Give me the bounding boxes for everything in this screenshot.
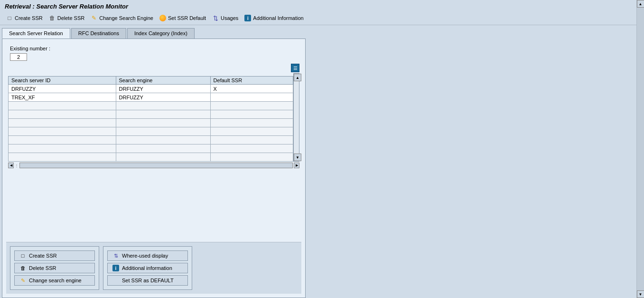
cell-default-ssr bbox=[210, 136, 293, 144]
table-row[interactable] bbox=[9, 144, 293, 153]
toolbar: □ Create SSR 🗑 Delete SSR ✎ Change Searc… bbox=[0, 12, 644, 25]
existing-number-label: Existing number : bbox=[10, 46, 298, 51]
toolbar-change-search-engine[interactable]: ✎ Change Search Engine bbox=[88, 13, 155, 23]
cell-default-ssr bbox=[210, 153, 293, 162]
app-title: Retrieval : Search Server Relation Monit… bbox=[5, 3, 128, 10]
tabs-container: Search Server Relation RFC Destinations … bbox=[2, 28, 644, 38]
set-default-button[interactable]: Set SSR as DEFAULT bbox=[107, 275, 188, 286]
cell-search-engine bbox=[116, 136, 210, 144]
existing-number-value: 2 bbox=[10, 53, 27, 61]
tab-content-panel: Existing number : 2 ☰ Search serv bbox=[2, 38, 306, 298]
cell-default-ssr bbox=[210, 127, 293, 136]
pencil-icon: ✎ bbox=[90, 14, 98, 22]
create-ssr-button[interactable]: □ Create SSR bbox=[14, 250, 95, 261]
pencil-icon-2: ✎ bbox=[19, 277, 26, 284]
button-group-right: ⇅ Where-used display i Additional inform… bbox=[103, 246, 192, 290]
where-used-button[interactable]: ⇅ Where-used display bbox=[107, 250, 188, 261]
cell-default-ssr bbox=[210, 144, 293, 153]
doc-icon: □ bbox=[6, 14, 13, 22]
additional-info-button[interactable]: i Additional information bbox=[107, 263, 188, 273]
table-row[interactable] bbox=[9, 136, 293, 144]
toolbar-delete-ssr[interactable]: 🗑 Delete SSR bbox=[47, 13, 86, 23]
cell-search-engine bbox=[116, 119, 210, 127]
toolbar-set-ssr-default[interactable]: Set SSR Default bbox=[157, 13, 208, 23]
col-header-server-id: Search server ID bbox=[9, 77, 116, 85]
scroll-up-arrow[interactable]: ▲ bbox=[294, 74, 301, 81]
trash-icon-2: 🗑 bbox=[19, 265, 26, 271]
info-icon-2: i bbox=[112, 265, 119, 271]
cell-default-ssr: X bbox=[210, 85, 293, 93]
scroll-down-arrow[interactable]: ▼ bbox=[294, 154, 301, 161]
h-scroll-track[interactable] bbox=[19, 163, 293, 168]
cell-server-id bbox=[9, 110, 116, 119]
cell-search-engine bbox=[116, 127, 210, 136]
cell-default-ssr bbox=[210, 119, 293, 127]
toolbar-create-ssr[interactable]: □ Create SSR bbox=[4, 13, 45, 23]
cell-server-id bbox=[9, 136, 116, 144]
table-row[interactable] bbox=[9, 127, 293, 136]
cell-server-id bbox=[9, 119, 116, 127]
toolbar-usages[interactable]: ⇅ Usages bbox=[210, 13, 240, 23]
trash-icon: 🗑 bbox=[48, 14, 56, 22]
cell-search-engine bbox=[116, 102, 210, 110]
cell-search-engine: DRFUZZY bbox=[116, 93, 210, 102]
table-row[interactable] bbox=[9, 110, 293, 119]
table-row[interactable]: DRFUZZYDRFUZZYX bbox=[9, 85, 293, 93]
cell-default-ssr bbox=[210, 102, 293, 110]
tab-index-category[interactable]: Index Category (Index) bbox=[127, 28, 195, 38]
change-search-engine-button[interactable]: ✎ Change search engine bbox=[14, 275, 95, 286]
cell-server-id: TREX_XF bbox=[9, 93, 116, 102]
col-header-search-engine: Search engine bbox=[116, 77, 210, 85]
table-row[interactable] bbox=[9, 153, 293, 162]
right-scrollbar: ▲ ▼ bbox=[636, 25, 644, 298]
tab-rfc-destinations[interactable]: RFC Destinations bbox=[71, 28, 126, 38]
cell-server-id bbox=[9, 144, 116, 153]
existing-number-section: Existing number : 2 bbox=[6, 43, 301, 64]
table-row[interactable] bbox=[9, 102, 293, 110]
scroll-right-arrow[interactable]: ▶ bbox=[294, 163, 299, 168]
right-scroll-down[interactable]: ▼ bbox=[637, 290, 644, 298]
orange-circle-icon bbox=[159, 14, 167, 22]
cell-server-id: DRFUZZY bbox=[9, 85, 116, 93]
usages-icon-2: ⇅ bbox=[112, 252, 119, 259]
cell-search-engine bbox=[116, 110, 210, 119]
table-row[interactable] bbox=[9, 119, 293, 127]
info-icon: i bbox=[244, 14, 252, 22]
usages-icon: ⇅ bbox=[212, 14, 219, 22]
button-group-left: □ Create SSR 🗑 Delete SSR ✎ Change searc… bbox=[10, 246, 99, 290]
cell-server-id bbox=[9, 127, 116, 136]
table-settings-icon[interactable]: ☰ bbox=[291, 64, 299, 72]
title-bar: Retrieval : Search Server Relation Monit… bbox=[0, 0, 644, 12]
col-header-default-ssr: Default SSR bbox=[210, 77, 293, 85]
tab-search-server-relation[interactable]: Search Server Relation bbox=[2, 28, 70, 38]
table-h-scroll: ◀ ⋮ ▶ bbox=[8, 163, 299, 168]
table-toolbar: ☰ bbox=[8, 64, 299, 72]
cell-search-engine bbox=[116, 144, 210, 153]
default-icon bbox=[112, 277, 119, 284]
cell-server-id bbox=[9, 102, 116, 110]
doc-icon-2: □ bbox=[19, 252, 26, 259]
cell-default-ssr bbox=[210, 110, 293, 119]
delete-ssr-button[interactable]: 🗑 Delete SSR bbox=[14, 263, 95, 273]
bottom-section: □ Create SSR 🗑 Delete SSR ✎ Change searc… bbox=[6, 242, 301, 294]
cell-search-engine bbox=[116, 153, 210, 162]
table-row[interactable]: TREX_XFDRFUZZY bbox=[9, 93, 293, 102]
cell-search-engine: DRFUZZY bbox=[116, 85, 210, 93]
scroll-left-arrow[interactable]: ◀ bbox=[8, 163, 14, 168]
cell-server-id bbox=[9, 153, 116, 162]
cell-default-ssr bbox=[210, 93, 293, 102]
toolbar-additional-info[interactable]: i Additional Information bbox=[242, 13, 305, 23]
server-relation-table: Search server ID Search engine Default S… bbox=[8, 76, 293, 162]
